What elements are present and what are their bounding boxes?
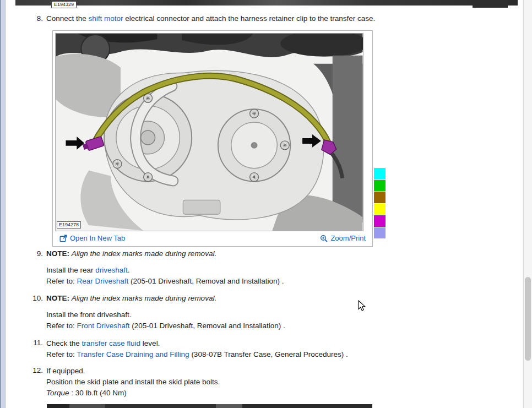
- note-line: NOTE: Align the index marks made during …: [46, 293, 519, 303]
- step-11: 11. Check the transfer case fluid level.…: [6, 338, 519, 360]
- step-9: 9. NOTE: Align the index marks made duri…: [6, 249, 519, 287]
- right-gear-assembly: [218, 109, 290, 181]
- front-driveshaft-link[interactable]: Front Driveshaft: [77, 322, 130, 330]
- note-text: Align the index marks made during remova…: [72, 249, 216, 258]
- vertical-scrollbar[interactable]: [523, 0, 532, 408]
- transfer-case-fluid-link[interactable]: transfer case fluid: [82, 339, 141, 347]
- left-gutter: [0, 0, 6, 408]
- open-in-new-tab-label: Open In New Tab: [70, 234, 125, 242]
- legend-color-swatch-magenta: [374, 215, 386, 227]
- instruction-text: .: [128, 266, 130, 274]
- torque-label: Torque: [46, 389, 69, 397]
- step-number: 11.: [6, 338, 46, 360]
- step-text-pre: Connect the: [46, 14, 89, 23]
- color-legend: [374, 168, 386, 239]
- figure-panel: E194278 Open In New Tab Zoom/P: [52, 30, 373, 247]
- torque-value: : 30 lb.ft (40 Nm): [69, 389, 127, 397]
- refer-reference: (205-01 Driveshaft, Removal and Installa…: [128, 277, 284, 285]
- instruction-line: If equipped.: [46, 366, 519, 377]
- instruction-paragraph: Install the rear driveshaft. Refer to: R…: [46, 265, 519, 287]
- legend-color-swatch-yellow: [374, 204, 386, 215]
- note-label: NOTE:: [46, 249, 69, 258]
- legend-color-swatch-green: [374, 180, 386, 192]
- note-line: NOTE: Align the index marks made during …: [46, 249, 519, 259]
- driveshaft-link[interactable]: driveshaft: [95, 266, 128, 274]
- instruction-text: Check the: [46, 339, 82, 347]
- legend-color-swatch-cyan: [374, 168, 386, 179]
- legend-color-swatch-lavender: [374, 227, 386, 239]
- next-figure-fragment: [47, 404, 372, 408]
- step-12: 12. If equipped. Position the skid plate…: [6, 366, 519, 399]
- step-number: 9.: [6, 249, 46, 287]
- note-text: Align the index marks made during remova…: [72, 294, 216, 302]
- refer-reference: (205-01 Driveshaft, Removal and Installa…: [130, 322, 285, 330]
- step-number: 12.: [6, 366, 46, 399]
- instruction-text: level.: [140, 339, 160, 347]
- transfer-case-illustration: [55, 33, 363, 231]
- zoom-icon: [320, 235, 328, 242]
- instruction-paragraph: Install the front driveshaft. Refer to: …: [46, 309, 519, 331]
- step-text: Connect the shift motor electrical conne…: [46, 14, 519, 24]
- instruction-line: Install the rear driveshaft.: [46, 265, 519, 276]
- step-number: 10.: [6, 293, 46, 331]
- figure-label-e194329: E194329: [51, 1, 77, 8]
- open-in-new-tab-icon: [59, 235, 67, 242]
- service-manual-page: E194329 8. Connect the shift motor elect…: [0, 0, 532, 408]
- open-in-new-tab-link[interactable]: Open In New Tab: [59, 234, 125, 242]
- instruction-line: Position the skid plate and install the …: [46, 377, 519, 388]
- figure-toolbar: Open In New Tab Zoom/Print: [53, 232, 372, 246]
- refer-line: Refer to: Rear Driveshaft (205-01 Drives…: [46, 276, 519, 287]
- legend-color-swatch-brown: [374, 192, 386, 203]
- shift-motor-link[interactable]: shift motor: [89, 14, 123, 23]
- refer-reference: (308-07B Transfer Case, General Procedur…: [189, 350, 348, 358]
- step-10: 10. NOTE: Align the index marks made dur…: [6, 293, 519, 331]
- instruction-line: Install the front driveshaft.: [46, 309, 519, 320]
- step-8: 8. Connect the shift motor electrical co…: [6, 14, 519, 24]
- mounting-bracket: [183, 200, 220, 214]
- procedure-content: 8. Connect the shift motor electrical co…: [6, 14, 519, 405]
- instruction-line: Check the transfer case fluid level.: [46, 338, 519, 349]
- scrollbar-thumb[interactable]: [525, 277, 531, 361]
- figure-image[interactable]: E194278: [55, 33, 365, 231]
- figure-label-e194278: E194278: [57, 221, 81, 229]
- step-number: 8.: [6, 14, 46, 24]
- rear-driveshaft-link[interactable]: Rear Driveshaft: [77, 277, 129, 285]
- torque-line: Torque : 30 lb.ft (40 Nm): [46, 388, 519, 399]
- refer-label: Refer to:: [46, 350, 77, 358]
- refer-line: Refer to: Front Driveshaft (205-01 Drive…: [46, 320, 519, 331]
- mouse-cursor: [358, 300, 367, 312]
- zoom-print-link[interactable]: Zoom/Print: [320, 234, 366, 242]
- instruction-text: Install the rear: [46, 266, 95, 274]
- step-text-post: electrical connector and attach the harn…: [123, 14, 376, 23]
- zoom-print-label: Zoom/Print: [330, 234, 366, 242]
- refer-line: Refer to: Transfer Case Draining and Fil…: [46, 349, 519, 360]
- refer-label: Refer to:: [46, 277, 77, 285]
- note-label: NOTE:: [46, 294, 69, 302]
- transfer-case-draining-link[interactable]: Transfer Case Draining and Filling: [77, 350, 189, 358]
- previous-figure-fragment: [15, 0, 518, 6]
- refer-label: Refer to:: [46, 322, 77, 330]
